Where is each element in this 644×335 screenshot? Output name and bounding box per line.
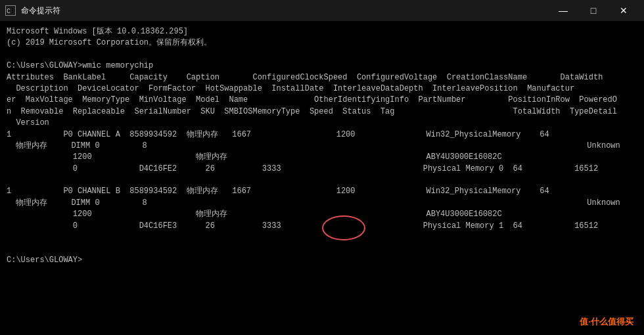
watermark: 值·什么值得买 <box>576 315 637 330</box>
terminal-content: Microsoft Windows [版本 10.0.18362.295] (c… <box>0 21 644 335</box>
svg-text:C: C <box>7 8 11 15</box>
close-button[interactable]: ✕ <box>609 0 639 21</box>
cmd-window: C 命令提示符 — □ ✕ Microsoft Windows [版本 10.0… <box>0 0 644 335</box>
window-title: 命令提示符 <box>21 5 60 16</box>
window-controls: — □ ✕ <box>548 0 639 21</box>
title-bar: C 命令提示符 — □ ✕ <box>0 0 644 21</box>
cmd-icon: C <box>5 5 16 16</box>
title-bar-left: C 命令提示符 <box>5 5 60 16</box>
maximize-button[interactable]: □ <box>578 0 609 21</box>
terminal-output: Microsoft Windows [版本 10.0.18362.295] (c… <box>7 26 637 266</box>
minimize-button[interactable]: — <box>548 0 578 21</box>
